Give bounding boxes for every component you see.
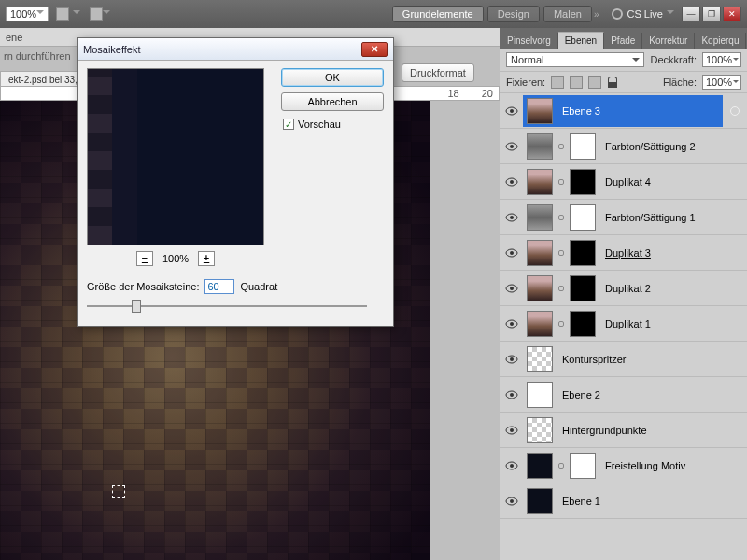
layer-thumbnail	[527, 275, 553, 301]
visibility-toggle[interactable]	[500, 497, 523, 506]
layer-mask-thumbnail[interactable]	[570, 453, 596, 479]
layer-row[interactable]: Farbton/Sättigung 1	[500, 200, 747, 235]
lock-position-icon[interactable]	[588, 76, 601, 89]
svg-point-7	[510, 216, 514, 219]
layers-lock-row: Fixieren: Fläche: 100%	[500, 72, 747, 93]
layer-name[interactable]: Freistellung Motiv	[601, 460, 685, 471]
tab-kopierquelle[interactable]: Kopierqu	[695, 33, 746, 49]
lock-transparent-icon[interactable]	[551, 76, 564, 89]
zoom-level-field[interactable]: 100%	[6, 7, 49, 21]
dialog-close-button[interactable]: ✕	[361, 42, 388, 57]
cell-size-slider[interactable]	[87, 300, 367, 313]
mosaic-dialog: Mosaikeffekt ✕ – 100% + OK Abbrechen ✓ V…	[77, 37, 394, 327]
visibility-toggle[interactable]	[500, 248, 523, 258]
arrange-docs-icon[interactable]	[90, 7, 103, 21]
visibility-toggle[interactable]	[500, 319, 523, 329]
slider-track	[87, 305, 367, 307]
visibility-toggle[interactable]	[500, 177, 523, 187]
slider-thumb[interactable]	[132, 300, 141, 313]
panels-dock: Pinselvorg Ebenen Pfade Korrektur Kopier…	[500, 28, 747, 560]
blend-mode-select[interactable]: Normal	[506, 52, 644, 67]
layer-name[interactable]: Duplikat 1	[601, 318, 651, 329]
preview-zoom-in-button[interactable]: +	[198, 251, 215, 266]
layer-style-indicator-icon[interactable]	[730, 106, 740, 116]
menu-item[interactable]: ene	[6, 32, 22, 43]
visibility-toggle[interactable]	[500, 106, 523, 116]
layer-name[interactable]: Ebene 2	[558, 389, 600, 400]
opacity-field[interactable]: 100%	[702, 52, 741, 67]
visibility-toggle[interactable]	[500, 390, 523, 399]
layer-row[interactable]: Hintergrundpunkte	[500, 413, 747, 448]
layer-row[interactable]: Ebene 3	[500, 93, 747, 129]
cell-size-input[interactable]	[204, 279, 234, 294]
visibility-toggle[interactable]	[500, 426, 523, 435]
layer-row[interactable]: Duplikat 3	[500, 235, 747, 271]
layer-name[interactable]: Duplikat 4	[601, 176, 651, 188]
preview-zoom-value: 100%	[162, 253, 189, 264]
svg-point-13	[510, 322, 514, 326]
layer-mask-thumbnail[interactable]	[570, 311, 596, 337]
tab-ebenen[interactable]: Ebenen	[558, 32, 604, 49]
layer-row[interactable]: Duplikat 1	[500, 306, 747, 342]
layer-mask-thumbnail[interactable]	[570, 240, 596, 266]
options-bar-tail: rn durchführen	[4, 50, 71, 62]
zoom-level-value: 100%	[10, 8, 36, 20]
cs-live-button[interactable]: CS Live	[606, 8, 680, 20]
layer-row[interactable]: Duplikat 4	[500, 164, 747, 200]
visibility-toggle[interactable]	[500, 284, 523, 293]
opacity-value: 100%	[706, 54, 732, 65]
layer-name[interactable]: Hintergrundpunkte	[558, 425, 647, 436]
preview-zoom-out-button[interactable]: –	[136, 251, 153, 266]
dropdown-icon	[36, 10, 44, 18]
svg-point-11	[510, 287, 514, 290]
window-restore-button[interactable]: ❐	[702, 7, 721, 21]
layer-mask-thumbnail[interactable]	[570, 169, 596, 195]
workspace-grundelemente-button[interactable]: Grundelemente	[392, 6, 484, 22]
layer-row[interactable]: Ebene 1	[500, 483, 747, 519]
ok-button[interactable]: OK	[281, 68, 384, 87]
layer-mask-thumbnail[interactable]	[570, 275, 596, 301]
fill-field[interactable]: 100%	[702, 75, 741, 90]
visibility-toggle[interactable]	[500, 461, 523, 470]
layer-name[interactable]: Farbton/Sättigung 1	[601, 212, 696, 223]
adjustment-thumbnail	[527, 133, 553, 160]
layer-row[interactable]: Farbton/Sättigung 2	[500, 129, 747, 164]
tab-korrekturen[interactable]: Korrektur	[642, 33, 695, 49]
layer-row[interactable]: Ebene 2	[500, 377, 747, 413]
preview-checkbox[interactable]: ✓ Vorschau	[281, 117, 384, 130]
tab-pinselvorgaben[interactable]: Pinselvorg	[500, 33, 558, 49]
visibility-toggle[interactable]	[500, 355, 523, 364]
more-workspaces-button[interactable]: »	[594, 9, 599, 20]
layer-name[interactable]: Konturspritzer	[558, 354, 626, 365]
layer-mask-thumbnail[interactable]	[570, 204, 596, 231]
layers-options-row: Normal Deckkraft: 100%	[500, 49, 747, 72]
cancel-button[interactable]: Abbrechen	[281, 92, 384, 111]
layer-name[interactable]: Farbton/Sättigung 2	[601, 141, 696, 152]
filter-preview[interactable]	[87, 68, 264, 245]
layer-name[interactable]: Ebene 1	[558, 496, 600, 507]
lock-pixels-icon[interactable]	[570, 76, 583, 89]
svg-point-21	[510, 464, 514, 468]
layer-mask-thumbnail[interactable]	[570, 133, 596, 160]
layer-name[interactable]: Duplikat 2	[601, 283, 651, 294]
window-minimize-button[interactable]: —	[682, 7, 700, 21]
layer-name[interactable]: Ebene 3	[558, 105, 600, 117]
visibility-toggle[interactable]	[500, 142, 523, 151]
layer-row[interactable]: Freistellung Motiv	[500, 448, 747, 483]
visibility-toggle[interactable]	[500, 213, 523, 222]
panel-tabs: Pinselvorg Ebenen Pfade Korrektur Kopier…	[500, 28, 747, 49]
lock-all-icon[interactable]	[607, 77, 618, 88]
workspace-malen-button[interactable]: Malen	[543, 6, 592, 22]
layer-thumbnail	[527, 311, 553, 337]
workspace-design-button[interactable]: Design	[487, 6, 540, 22]
layer-row[interactable]: Konturspritzer	[500, 342, 747, 377]
layer-row[interactable]: Duplikat 2	[500, 271, 747, 306]
window-close-button[interactable]: ✕	[723, 7, 741, 21]
print-format-button[interactable]: Druckformat	[402, 63, 474, 82]
dialog-titlebar[interactable]: Mosaikeffekt ✕	[78, 38, 393, 61]
tab-pfade[interactable]: Pfade	[604, 33, 642, 49]
layer-name[interactable]: Duplikat 3	[601, 247, 651, 259]
adjustment-thumbnail	[527, 204, 553, 231]
link-icon	[558, 463, 564, 469]
screen-mode-icon[interactable]	[56, 7, 69, 21]
